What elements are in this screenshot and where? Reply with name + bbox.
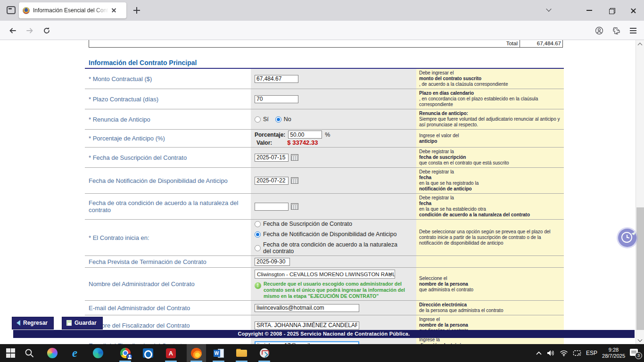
calendar-icon[interactable] bbox=[291, 154, 298, 161]
fecha-otra-input[interactable] bbox=[255, 203, 289, 211]
anticipo-help: Ingrese el valor del anticipo bbox=[416, 130, 564, 147]
active-tab[interactable]: Información Esencial del Contra bbox=[19, 2, 126, 18]
new-tab-button[interactable] bbox=[133, 7, 140, 14]
back-arrow-icon bbox=[17, 320, 20, 326]
row-admin-email: E-mail del Administrador del Contrato Di… bbox=[85, 301, 564, 315]
administrador-select[interactable]: Cliwinsgton - CEVALLOS MORENO LIWINSGTON… bbox=[255, 270, 395, 279]
row-contrato-inicia: * El Contrato inicia en: Fecha de Suscri… bbox=[85, 220, 564, 256]
chrome-button[interactable] bbox=[116, 344, 135, 362]
monto-input[interactable] bbox=[255, 75, 298, 83]
plazo-help: Plazo en días calendario, en concordanci… bbox=[416, 89, 564, 109]
list-all-tabs-icon[interactable] bbox=[547, 7, 552, 11]
snipping-tool-button[interactable] bbox=[255, 344, 274, 362]
search-icon bbox=[25, 348, 34, 358]
edge-button[interactable] bbox=[88, 344, 107, 362]
row-fecha-otra: Fecha de otra condición de acuerdo a la … bbox=[85, 194, 564, 220]
admin-email-label: E-mail del Administrador del Contrato bbox=[85, 301, 251, 315]
start-button[interactable] bbox=[1, 344, 20, 362]
admin-email-input[interactable] bbox=[255, 304, 359, 312]
copilot-button[interactable] bbox=[42, 344, 62, 362]
back-button[interactable] bbox=[7, 25, 19, 37]
fecha-notificacion-help: Debe registrar la fecha en la que se ha … bbox=[416, 168, 564, 193]
firefox-view-icon[interactable] bbox=[7, 6, 16, 14]
vertical-scrollbar[interactable] bbox=[636, 40, 644, 344]
clock-date: 28/7/2025 bbox=[602, 353, 625, 359]
internet-explorer-button[interactable]: e bbox=[65, 344, 84, 362]
cast-display-icon[interactable] bbox=[573, 350, 581, 356]
monto-label: * Monto Contractual ($) bbox=[85, 69, 251, 89]
browser-tab-bar: Información Esencial del Contra bbox=[0, 0, 644, 21]
valor-anticipo: $ 33742.33 bbox=[287, 139, 318, 146]
extensions-puzzle-icon[interactable] bbox=[610, 25, 622, 37]
fecha-terminacion-label: Fecha Prevista de Terminación de Contrat… bbox=[85, 256, 251, 267]
total-label: Total bbox=[89, 40, 520, 47]
search-button[interactable] bbox=[19, 344, 39, 362]
taskbar-clock[interactable]: 9:28 28/7/2025 bbox=[602, 347, 625, 359]
administrador-note-text: Recuerde que el usuario escogido como ad… bbox=[264, 281, 405, 299]
inicia-opcion3-radio[interactable] bbox=[255, 245, 261, 251]
inicia-opcion1-label: Fecha de Suscripción de Contrato bbox=[263, 221, 352, 227]
notification-center-button[interactable]: 3 bbox=[630, 349, 640, 357]
contract-form: Información del Contrato Principal * Mon… bbox=[85, 58, 564, 344]
scroll-up-icon[interactable] bbox=[638, 42, 642, 46]
file-explorer-button[interactable] bbox=[232, 344, 251, 362]
acrobat-button[interactable]: A bbox=[161, 344, 181, 362]
row-monto: * Monto Contractual ($) Debe ingresar el… bbox=[85, 69, 564, 89]
minimize-icon bbox=[586, 10, 592, 11]
firefox-icon bbox=[191, 348, 202, 359]
snipping-tool-icon bbox=[260, 348, 269, 358]
chrome-profile-badge bbox=[126, 354, 132, 360]
administrador-label: Nombre del Administrador del Contrato bbox=[85, 268, 251, 300]
tab-close-icon[interactable] bbox=[110, 7, 118, 14]
plazo-input[interactable] bbox=[255, 95, 298, 103]
row-fecha-notificacion: Fecha de Notificación de Disponibilidad … bbox=[85, 168, 564, 194]
scroll-down-icon[interactable] bbox=[638, 338, 642, 342]
window-minimize-button[interactable] bbox=[578, 0, 600, 21]
guardar-button[interactable]: Guardar bbox=[62, 317, 103, 329]
volume-icon[interactable] bbox=[547, 350, 555, 356]
fecha-otra-label: Fecha de otra condición de acuerdo a la … bbox=[85, 194, 251, 219]
total-value: 67,484.67 bbox=[520, 40, 562, 47]
inicia-opcion3-label: Fecha de otra condición de acuerdo a la … bbox=[263, 241, 406, 255]
firefox-button[interactable] bbox=[187, 344, 206, 362]
windows-taskbar: e A W ESP 9:28 28/7/2025 3 bbox=[0, 344, 644, 362]
fecha-notificacion-label: Fecha de Notificación de Disponibilidad … bbox=[85, 168, 251, 193]
fecha-terminacion-help bbox=[416, 256, 564, 267]
window-close-button[interactable] bbox=[622, 0, 644, 21]
word-button[interactable]: W bbox=[209, 344, 228, 362]
porcentaje-input[interactable] bbox=[288, 131, 322, 139]
fecha-notificacion-input[interactable] bbox=[255, 177, 289, 185]
window-restore-button[interactable] bbox=[601, 0, 622, 21]
row-plazo: * Plazo Contractual (días) Plazo en días… bbox=[85, 89, 564, 109]
renuncia-si-radio[interactable] bbox=[255, 116, 261, 123]
fecha-terminacion-input[interactable] bbox=[255, 258, 290, 266]
menu-hamburger-icon[interactable] bbox=[627, 25, 639, 37]
language-indicator[interactable]: ESP bbox=[586, 350, 597, 356]
inicia-opcion1-radio[interactable] bbox=[255, 221, 261, 227]
word-icon: W bbox=[214, 348, 224, 358]
outlook-button[interactable] bbox=[138, 344, 157, 362]
scrollbar-thumb[interactable] bbox=[636, 207, 644, 330]
anticipo-label: * Porcentaje de Anticipo (%) bbox=[85, 130, 251, 147]
system-tray: ESP 9:28 28/7/2025 3 bbox=[536, 344, 644, 362]
renuncia-no-radio[interactable] bbox=[275, 116, 281, 123]
copilot-icon bbox=[47, 348, 58, 358]
calendar-icon[interactable] bbox=[291, 177, 298, 184]
inicia-opcion2-radio[interactable] bbox=[255, 231, 261, 238]
tray-chevron-up-icon[interactable] bbox=[536, 351, 542, 355]
reload-button[interactable] bbox=[41, 25, 53, 37]
renuncia-no-label: No bbox=[284, 116, 291, 123]
account-icon[interactable] bbox=[593, 25, 605, 37]
floating-clock-widget[interactable] bbox=[618, 229, 636, 247]
site-favicon-icon bbox=[23, 7, 30, 14]
fecha-suscripcion-input[interactable] bbox=[255, 154, 289, 162]
forward-button[interactable] bbox=[24, 25, 36, 37]
restore-icon bbox=[609, 8, 614, 13]
section-title-principal: Información del Contrato Principal bbox=[85, 58, 564, 68]
edge-icon bbox=[93, 348, 103, 358]
calendar-icon[interactable] bbox=[291, 203, 298, 210]
wifi-icon[interactable] bbox=[560, 350, 568, 356]
tab-title: Información Esencial del Contra bbox=[33, 7, 108, 14]
fiscalizador-nombre-input[interactable] bbox=[255, 321, 359, 329]
regresar-button[interactable]: Regresar bbox=[12, 317, 54, 329]
